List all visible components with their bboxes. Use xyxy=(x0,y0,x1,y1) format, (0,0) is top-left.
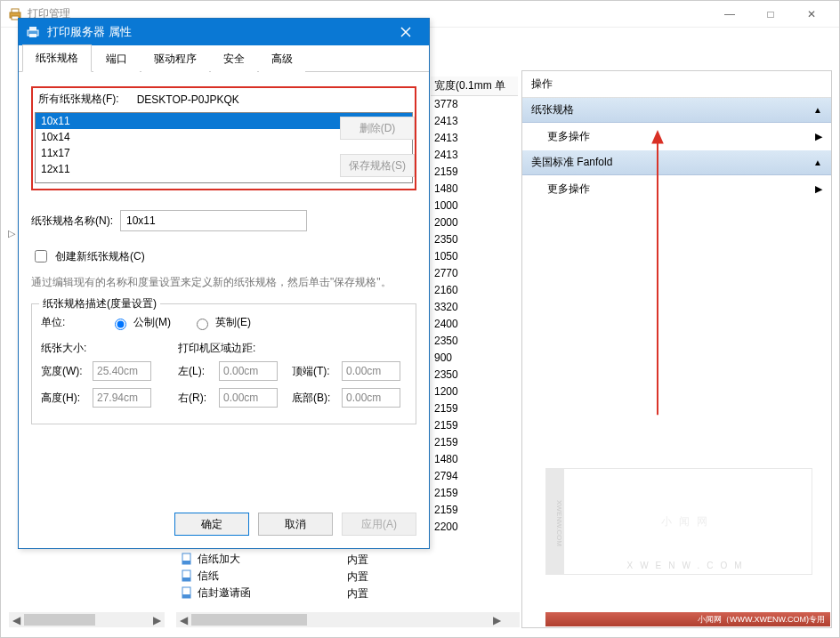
dialog-body: 所有纸张规格(F): DESKTOP-P0JPKQK 10x11 10x14 1… xyxy=(19,72,429,508)
width-cell[interactable]: 2159 xyxy=(431,164,518,181)
width-cell[interactable]: 3778 xyxy=(431,96,518,113)
paper-size-label: 纸张大小: xyxy=(41,341,151,356)
width-cell[interactable]: 2159 xyxy=(431,417,518,434)
right-margin-input[interactable] xyxy=(219,388,278,408)
page-icon xyxy=(180,553,194,567)
tab-paper-formats[interactable]: 纸张规格 xyxy=(22,44,92,72)
printer-icon xyxy=(26,25,40,39)
collapse-up-icon: ▲ xyxy=(813,157,822,167)
width-cell[interactable]: 2413 xyxy=(431,113,518,130)
width-cell[interactable]: 2159 xyxy=(431,485,518,502)
actions-item-more-1[interactable]: 更多操作 ▶ xyxy=(522,123,831,150)
width-cell[interactable]: 2159 xyxy=(431,434,518,451)
scroll-corner xyxy=(505,612,520,627)
format-description-fieldset: 纸张规格描述(度量设置) 单位: 公制(M) 英制(E) 纸张大小: 宽度(W)… xyxy=(31,303,416,424)
format-name-label: 纸张规格名称(N): xyxy=(31,214,120,229)
fieldset-legend: 纸张规格描述(度量设置) xyxy=(39,296,160,311)
svg-rect-6 xyxy=(182,577,190,581)
width-cell[interactable]: 1200 xyxy=(431,384,518,400)
height-label: 高度(H): xyxy=(41,391,87,406)
width-cell[interactable]: 2159 xyxy=(431,400,518,417)
scroll-thumb[interactable] xyxy=(24,614,95,626)
save-format-button[interactable]: 保存规格(S) xyxy=(340,154,415,177)
width-cell[interactable]: 2413 xyxy=(431,147,518,164)
page-icon xyxy=(180,586,194,601)
svg-rect-1 xyxy=(12,9,19,12)
width-cell[interactable]: 2770 xyxy=(431,265,518,282)
width-cell[interactable]: 900 xyxy=(431,350,518,367)
format-name-input[interactable] xyxy=(120,210,307,231)
width-label: 宽度(W): xyxy=(41,364,87,379)
top-margin-label: 顶端(T): xyxy=(292,364,336,379)
collapse-up-icon: ▲ xyxy=(813,105,822,115)
width-cell[interactable]: 2200 xyxy=(431,519,518,536)
dialog-tabs: 纸张规格 端口 驱动程序 安全 高级 xyxy=(19,45,429,72)
tab-advanced[interactable]: 高级 xyxy=(259,46,305,72)
create-new-format-checkbox[interactable] xyxy=(35,250,47,262)
forms-list-type-cell: 内置 xyxy=(343,585,428,602)
watermark-side: XWENW.COM xyxy=(545,468,563,575)
watermark-box: 小闻网 XWENW.COM xyxy=(563,468,812,575)
formats-label: 所有纸张规格(F): xyxy=(38,92,119,107)
unit-label: 单位: xyxy=(41,315,89,330)
width-cell[interactable]: 2413 xyxy=(431,130,518,147)
actions-section-paper-formats[interactable]: 纸张规格 ▲ xyxy=(522,98,831,123)
width-column: 宽度(0.1mm 单 37782413241324132159148010002… xyxy=(431,77,518,536)
width-cell[interactable]: 2350 xyxy=(431,231,518,248)
unit-metric-radio[interactable]: 公制(M) xyxy=(110,315,171,330)
width-cell[interactable]: 2160 xyxy=(431,282,518,299)
dialog-titlebar[interactable]: 打印服务器 属性 xyxy=(19,19,429,45)
forms-list-type-cell: 内置 xyxy=(343,551,428,568)
apply-button[interactable]: 应用(A) xyxy=(342,513,416,536)
actions-pane-header: 操作 xyxy=(522,71,831,98)
width-cell[interactable]: 2000 xyxy=(431,214,518,231)
server-name: DESKTOP-P0JPKQK xyxy=(137,93,239,106)
forms-list-type-col: 内置内置内置 xyxy=(343,551,428,602)
minimize-button[interactable]: — xyxy=(709,1,750,28)
width-cell[interactable]: 1050 xyxy=(431,248,518,265)
ok-button[interactable]: 确定 xyxy=(174,513,249,536)
scroll-thumb[interactable] xyxy=(191,614,307,626)
width-cell[interactable]: 3320 xyxy=(431,299,518,316)
cancel-button[interactable]: 取消 xyxy=(258,513,333,536)
page-icon xyxy=(180,569,194,584)
forms-list-hscroll[interactable]: ◀ ▶ xyxy=(176,612,505,627)
bottom-margin-input[interactable] xyxy=(342,388,400,408)
height-input[interactable] xyxy=(93,388,151,408)
actions-section-us-fanfold[interactable]: 美国标准 Fanfold ▲ xyxy=(522,150,831,175)
delete-format-button[interactable]: 删除(D) xyxy=(340,117,415,140)
scroll-right-arrow[interactable]: ▶ xyxy=(489,612,505,627)
print-server-properties-dialog: 打印服务器 属性 纸张规格 端口 驱动程序 安全 高级 所有纸张规格(F): D… xyxy=(18,18,430,549)
actions-item-more-2[interactable]: 更多操作 ▶ xyxy=(522,175,831,203)
width-cell[interactable]: 2400 xyxy=(431,316,518,333)
watermark-footer: 小闻网（WWW.XWENW.COM)专用 xyxy=(545,612,830,626)
width-cell[interactable]: 2350 xyxy=(431,367,518,384)
unit-english-radio[interactable]: 英制(E) xyxy=(192,315,251,330)
width-cell[interactable]: 2794 xyxy=(431,468,518,485)
tab-drivers[interactable]: 驱动程序 xyxy=(141,46,209,72)
forms-list-type-cell: 内置 xyxy=(343,568,428,585)
margins-label: 打印机区域边距: xyxy=(178,341,400,356)
dialog-title: 打印服务器 属性 xyxy=(47,24,386,40)
width-cell[interactable]: 1480 xyxy=(431,451,518,468)
scroll-left-arrow[interactable]: ◀ xyxy=(176,612,191,627)
close-icon xyxy=(400,27,411,37)
width-input[interactable] xyxy=(93,361,151,381)
maximize-button[interactable]: □ xyxy=(750,1,791,28)
tab-security[interactable]: 安全 xyxy=(211,46,257,72)
scroll-right-arrow[interactable]: ▶ xyxy=(149,612,165,627)
width-column-header[interactable]: 宽度(0.1mm 单 xyxy=(431,77,518,96)
width-cell[interactable]: 2159 xyxy=(431,502,518,519)
width-cell[interactable]: 1480 xyxy=(431,181,518,198)
dialog-close-button[interactable] xyxy=(386,19,425,45)
left-panel-hscroll[interactable]: ◀ ▶ xyxy=(9,612,165,627)
width-cell[interactable]: 2350 xyxy=(431,333,518,350)
close-button[interactable]: ✕ xyxy=(791,1,832,28)
tree-expand-marker[interactable]: ▷ xyxy=(8,228,15,239)
tab-ports[interactable]: 端口 xyxy=(93,46,140,72)
create-new-format-label: 创建新纸张规格(C) xyxy=(55,249,145,264)
scroll-left-arrow[interactable]: ◀ xyxy=(9,612,24,627)
top-margin-input[interactable] xyxy=(342,361,400,381)
width-cell[interactable]: 1000 xyxy=(431,198,518,214)
left-margin-input[interactable] xyxy=(219,361,278,381)
